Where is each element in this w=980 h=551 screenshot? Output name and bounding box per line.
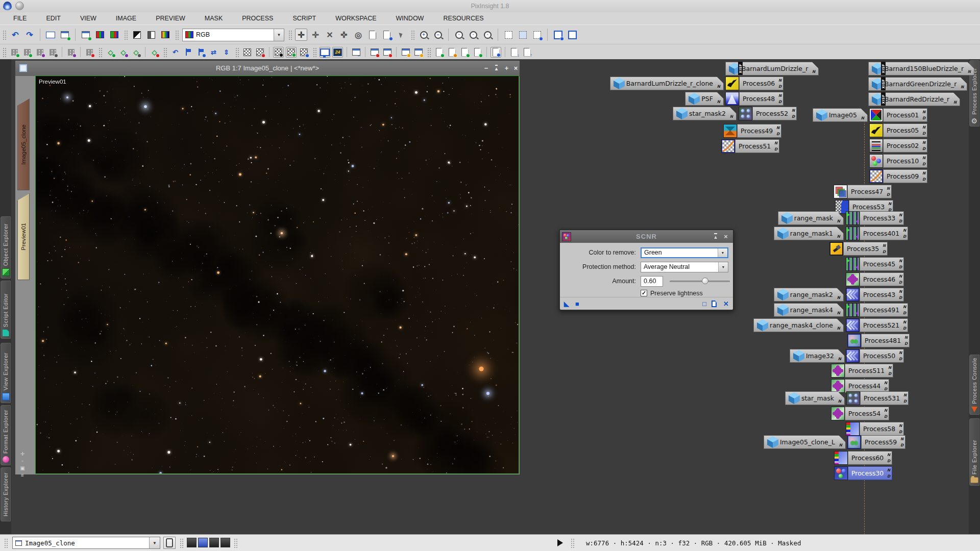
file-edit-icon[interactable] — [447, 47, 457, 58]
image-icon-BarnardGreenDrizzle_r[interactable]: XISFBarnardGreenDrizzle_rN — [868, 77, 967, 91]
amount-input[interactable]: 0.60 — [641, 276, 663, 287]
process-icon-Process481[interactable]: ∞Process481ND — [847, 334, 910, 347]
app-menu-icon[interactable] — [15, 2, 24, 10]
dialog-close-button[interactable]: × — [721, 230, 731, 243]
flag-edit-icon[interactable] — [195, 47, 206, 58]
view-selector-combo[interactable]: RGB▼ — [182, 29, 284, 41]
menu-image[interactable]: IMAGE — [110, 12, 142, 24]
menu-edit[interactable]: EDIT — [40, 12, 66, 24]
flag-select-icon[interactable] — [183, 47, 193, 58]
image-icon-BarnardLumDrizzle_r_clone[interactable]: BarnardLumDrizzle_r_cloneN — [610, 77, 724, 90]
process-icon-Process05[interactable]: Process05ND — [869, 123, 927, 137]
new-window-icon[interactable] — [80, 29, 92, 41]
active-view-select[interactable]: Image05_clone ▼ — [12, 537, 160, 549]
process-icon-Process02[interactable]: Process02ND — [869, 139, 927, 153]
window-selection-icon[interactable] — [19, 64, 27, 72]
toolbar-grip[interactable] — [2, 30, 6, 40]
chevron-down-icon[interactable]: ▼ — [718, 248, 727, 257]
screen-stf-icon[interactable] — [320, 47, 330, 58]
window-small-icon-3[interactable]: ≡ — [19, 472, 26, 479]
process-icon-Process60[interactable]: Process60ND — [834, 451, 892, 465]
dialog-shade-button[interactable]: ▴ — [710, 230, 721, 243]
image-icon-range_mask1[interactable]: range_mask1N — [774, 227, 844, 240]
image-icon-BarnardRedDrizzle_r[interactable]: XISFBarnardRedDrizzle_rN — [868, 92, 960, 106]
fit-view-icon[interactable] — [566, 29, 578, 41]
gradient-map-icon[interactable] — [159, 29, 172, 41]
image-window-titlebar[interactable]: RGB 1:7 Image05_clone | <*new*> − ▴ + × — [15, 61, 520, 77]
fit-window-icon[interactable] — [552, 29, 564, 41]
workspace-button-2[interactable] — [198, 538, 208, 547]
project-save-icon[interactable]: ◇ — [118, 47, 129, 58]
move-mode-icon[interactable]: ✜ — [338, 29, 350, 41]
color-map-icon[interactable] — [108, 29, 120, 41]
mask-show-icon[interactable] — [242, 47, 253, 58]
scnr-dialog-titlebar[interactable]: SCNR ▴ × — [560, 230, 733, 243]
process-icon-Process511[interactable]: Process511ND — [831, 364, 893, 378]
process-icon-Process531[interactable]: Process531ND — [846, 391, 909, 405]
toolbar-grip[interactable] — [235, 47, 239, 57]
mask-invert-icon[interactable] — [273, 47, 284, 58]
mask-enable-icon[interactable] — [286, 47, 297, 58]
window-purge-all-icon[interactable] — [413, 47, 424, 58]
zoom-out-icon[interactable]: − — [432, 29, 444, 41]
view-tab-main[interactable]: Image05_clone — [17, 98, 30, 190]
image-icon-range_mask[interactable]: range_maskN — [778, 211, 844, 225]
window-minimize-button[interactable]: − — [481, 61, 491, 76]
screen-24bit-icon[interactable]: 24 — [332, 47, 343, 58]
view-mode-button[interactable] — [163, 537, 176, 549]
process-icon-Process46[interactable]: Process46ND — [846, 272, 904, 286]
menu-workspace[interactable]: WORKSPACE — [329, 12, 382, 24]
image-window[interactable]: RGB 1:7 Image05_clone | <*new*> − ▴ + × … — [15, 61, 520, 474]
process-list-browse-icon[interactable] — [47, 47, 58, 58]
image-icon-star_mask2[interactable]: star_mask2N — [673, 107, 737, 120]
file-download-icon[interactable]: ↓ — [509, 47, 520, 58]
expand-mode-icon[interactable]: ✛ — [309, 29, 322, 41]
process-icon-Process48[interactable]: Process48ND — [725, 92, 783, 106]
window-close-all-icon[interactable] — [382, 47, 393, 58]
slider-thumb[interactable] — [702, 278, 708, 284]
image-icon-Image05_clone_L[interactable]: Image05_clone_LN — [764, 435, 846, 449]
project-refresh-icon[interactable]: ◇ — [105, 47, 116, 58]
process-icon-Process35[interactable]: Process35ND — [829, 242, 888, 256]
menu-script[interactable]: SCRIPT — [286, 12, 322, 24]
preserve-lightness-checkbox[interactable]: ✓ — [641, 290, 647, 296]
mask-select-icon[interactable] — [299, 47, 309, 58]
dynamic-preview-icon[interactable] — [531, 29, 543, 41]
astro-image-area[interactable]: Preview01 — [35, 76, 519, 474]
process-icon-Process401[interactable]: Process401ND — [846, 227, 908, 240]
duplicate-view-icon[interactable] — [59, 29, 71, 41]
expand-vertical-icon[interactable]: ⇕ — [221, 47, 232, 58]
project-browse-icon[interactable]: ◇ — [131, 47, 141, 58]
center-mode-icon[interactable]: ◎ — [352, 29, 364, 41]
process-icon-Process10[interactable]: Process10ND — [869, 154, 927, 168]
preview-mode-icon[interactable] — [381, 29, 393, 41]
new-instance-button[interactable]: □ — [702, 300, 706, 308]
chevron-down-icon[interactable]: ▼ — [274, 29, 284, 41]
image-icon-PSF[interactable]: PSFN — [685, 92, 724, 106]
zoom-fit-icon[interactable]: · — [467, 29, 479, 41]
process-icon-Process47[interactable]: Process47ND — [834, 185, 892, 198]
chevron-down-icon[interactable]: ▼ — [718, 262, 728, 272]
play-icon[interactable] — [557, 539, 563, 546]
image-icon-BarnardLumDrizzle_r[interactable]: XISFBarnardLumDrizzle_rN — [725, 62, 819, 76]
undo-icon[interactable]: ↶ — [9, 29, 21, 41]
process-icon-Process30[interactable]: Process30ND — [834, 466, 892, 480]
process-icon-Process01[interactable]: Process01ND — [869, 108, 927, 122]
file-upload-icon[interactable]: ↑ — [522, 47, 532, 58]
process-icon-Process33[interactable]: Process33ND — [846, 211, 904, 225]
flip-horizontal-icon[interactable]: ⇄ — [208, 47, 219, 58]
image-icon-Barnard150BlueDrizzle_r[interactable]: XISFBarnard150BlueDrizzle_rN — [868, 62, 974, 76]
redo-icon[interactable]: ↷ — [23, 29, 36, 41]
process-icon-Process09[interactable]: Process09ND — [869, 169, 927, 183]
process-list-save-icon[interactable] — [35, 47, 45, 58]
process-icon-Process491[interactable]: Process491ND — [846, 303, 908, 317]
statusbar-grip[interactable] — [571, 538, 575, 548]
apply-global-button[interactable]: ■ — [575, 300, 579, 308]
astro-image[interactable] — [36, 76, 519, 473]
readout-mode-icon[interactable] — [366, 29, 379, 41]
process-save-active-icon[interactable] — [66, 47, 77, 58]
menu-window[interactable]: WINDOW — [390, 12, 430, 24]
menu-resources[interactable]: RESOURCES — [437, 12, 489, 24]
window-close-icon[interactable] — [369, 47, 380, 58]
zoom-11-icon[interactable]: · — [453, 29, 465, 41]
